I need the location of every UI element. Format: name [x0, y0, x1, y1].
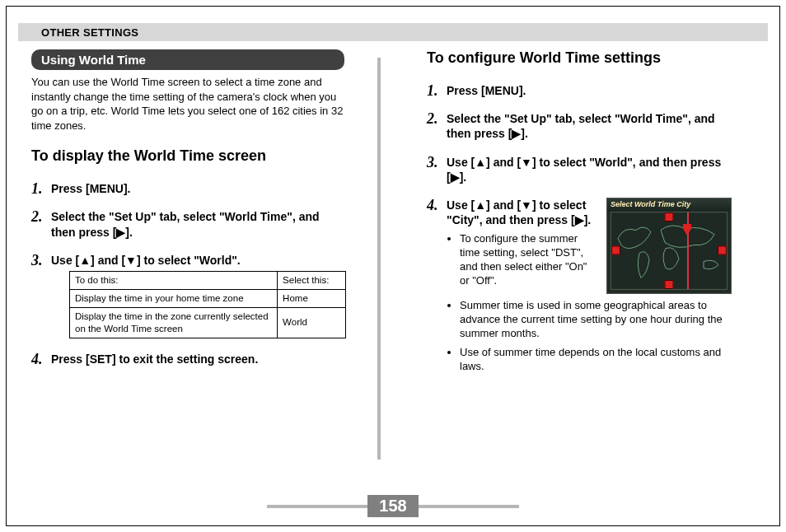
section-header: OTHER SETTINGS [18, 23, 768, 41]
map-marker-icon [665, 212, 674, 222]
cell-action: Display the time in the zone currently s… [70, 307, 278, 338]
step-text: ] and [ [486, 198, 521, 212]
topic-pill: Using World Time [31, 49, 344, 70]
left-column: Using World Time You can use the World T… [31, 49, 369, 460]
step-text: Select the "Set Up" tab, select "World T… [447, 112, 715, 140]
left-subheading: To display the World Time screen [31, 147, 346, 165]
right-step-1: Press [MENU]. [427, 83, 732, 98]
right-step-4: Use [▲] and [▼] to select "City", and th… [427, 198, 732, 373]
step-text: ] to select "World". [137, 254, 241, 267]
left-step-3: Use [▲] and [▼] to select "World". To do… [31, 253, 346, 338]
table-header-action: To do this: [70, 271, 278, 289]
down-arrow-icon: ▼ [125, 254, 137, 267]
page-footer: 158 [7, 495, 779, 517]
step-text: ]. [125, 226, 133, 239]
right-step-2: Select the "Set Up" tab, select "World T… [427, 111, 732, 141]
right-arrow-icon: ▶ [575, 213, 584, 226]
down-arrow-icon: ▼ [521, 198, 532, 212]
table-row: Display the time in the zone currently s… [70, 307, 346, 338]
screen-title: Select World Time City [607, 198, 731, 212]
right-column: To configure World Time settings Press [… [369, 49, 732, 460]
up-arrow-icon: ▲ [475, 198, 486, 212]
map-marker-icon [611, 246, 620, 255]
column-divider [377, 58, 381, 460]
map-marker-icon [718, 246, 727, 255]
step-text: Select the "Set Up" tab, select "World T… [51, 210, 320, 238]
table-header-select: Select this: [278, 271, 346, 289]
right-heading: To configure World Time settings [427, 49, 732, 67]
options-table: To do this: Select this: Display the tim… [69, 271, 346, 338]
left-step-4: Press [SET] to exit the setting screen. [31, 352, 346, 366]
step-text: Use [ [447, 156, 475, 169]
right-steps: Press [MENU]. Select the "Set Up" tab, s… [427, 83, 732, 373]
step-text: Press [MENU]. [51, 182, 130, 195]
map-marker-icon [665, 280, 674, 289]
camera-screen-thumbnail: Select World Time City [606, 198, 732, 294]
cell-select: Home [278, 289, 346, 307]
down-arrow-icon: ▼ [521, 156, 532, 169]
step4-notes-cont: Summer time is used in some geographical… [447, 299, 732, 373]
step-text: Use [ [51, 254, 79, 267]
content-columns: Using World Time You can use the World T… [7, 49, 779, 460]
step-text: ]. [521, 127, 528, 140]
cell-action: Display the time in your home time zone [70, 289, 278, 307]
note-item: Summer time is used in some geographical… [460, 299, 732, 341]
cell-select: World [278, 307, 346, 338]
right-arrow-icon: ▶ [512, 127, 521, 140]
step-text: Press [MENU]. [447, 84, 526, 97]
right-arrow-icon: ▶ [116, 226, 125, 239]
map-cursor-icon [682, 227, 692, 236]
world-map-icon [611, 212, 728, 290]
note-item: Use of summer time depends on the local … [460, 346, 732, 374]
right-arrow-icon: ▶ [451, 170, 460, 184]
step-text: Press [SET] to exit the setting screen. [51, 352, 258, 366]
left-step-1: Press [MENU]. [31, 181, 346, 196]
footer-bar [419, 505, 519, 508]
intro-text: You can use the World Time screen to sel… [31, 75, 346, 133]
manual-page: OTHER SETTINGS Using World Time You can … [6, 6, 780, 526]
section-header-text: OTHER SETTINGS [18, 26, 138, 39]
step-text: ] and [ [91, 254, 125, 267]
step-text: ]. [584, 213, 592, 226]
up-arrow-icon: ▲ [475, 156, 486, 169]
step-text: ] and [ [486, 156, 521, 169]
step-text: ]. [460, 170, 467, 184]
step-text: Use [ [447, 198, 475, 212]
up-arrow-icon: ▲ [79, 254, 91, 267]
left-steps: Press [MENU]. Select the "Set Up" tab, s… [31, 181, 346, 366]
footer-bar [267, 505, 367, 508]
world-map-svg [611, 212, 727, 289]
table-row: Display the time in your home time zone … [70, 289, 346, 307]
note-item: To configure the summer time setting, se… [460, 232, 595, 288]
left-step-2: Select the "Set Up" tab, select "World T… [31, 209, 346, 239]
page-number: 158 [367, 495, 418, 517]
step4-notes: To configure the summer time setting, se… [447, 232, 595, 288]
svg-rect-0 [611, 213, 727, 287]
right-step-3: Use [▲] and [▼] to select "World", and t… [427, 155, 732, 184]
